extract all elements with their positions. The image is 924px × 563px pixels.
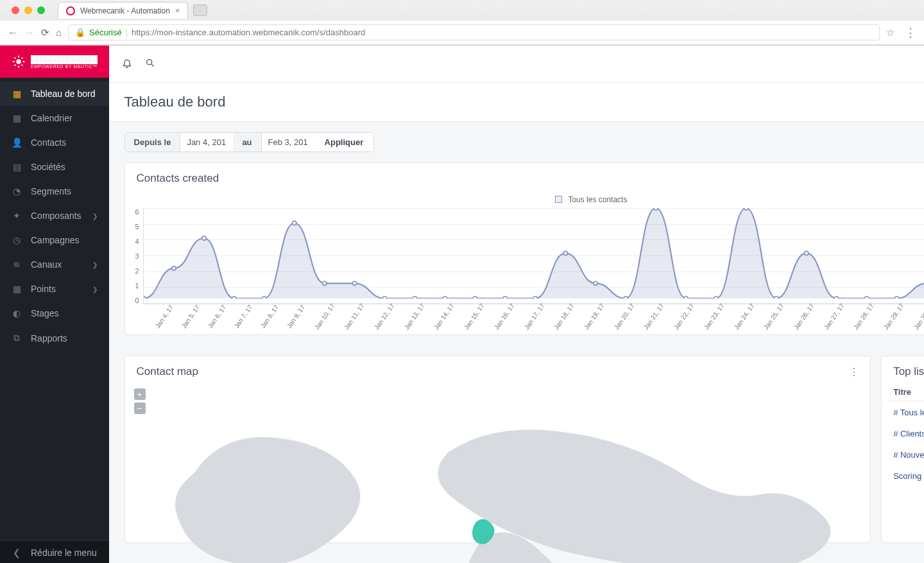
- tab-title: Webmecanik - Automation: [80, 6, 170, 15]
- sidebar-item-points[interactable]: ▦ Points ❯: [0, 277, 109, 301]
- svg-point-7: [262, 297, 266, 299]
- sidebar-item-label: Tableau de bord: [31, 89, 95, 99]
- back-icon[interactable]: ←: [8, 27, 18, 39]
- topbar: Jérôme Atahias ▼: [109, 46, 924, 83]
- sidebar-item-calendrier[interactable]: ▦ Calendrier: [0, 106, 109, 130]
- gauge-icon: ◐: [12, 308, 22, 318]
- svg-point-21: [684, 297, 688, 299]
- svg-point-4: [172, 266, 176, 270]
- browser-tab[interactable]: Webmecanik - Automation ×: [58, 2, 188, 19]
- sidebar-item-label: Sociétés: [31, 162, 65, 172]
- search-icon[interactable]: [145, 58, 155, 71]
- logo-main: AUTOMATION: [31, 55, 98, 64]
- svg-point-28: [894, 297, 898, 299]
- list-title[interactable]: Scoring > 20 pts: [887, 466, 924, 486]
- puzzle-icon: ✦: [12, 211, 22, 221]
- svg-point-18: [594, 281, 597, 285]
- daterange: Depuis le au Appliquer: [124, 132, 375, 152]
- contacts-created-widget: Contacts created ⋮ Tous les contacts 012…: [124, 162, 924, 335]
- svg-point-23: [744, 208, 748, 210]
- sidebar-item-rapports[interactable]: ⧉ Rapports: [0, 325, 109, 351]
- list-title[interactable]: # Tous les conta...: [887, 403, 924, 422]
- traffic-minimize-icon[interactable]: [24, 6, 32, 14]
- traffic-close-icon[interactable]: [12, 6, 19, 14]
- url-text: https://mon-instance.automation.webmecan…: [132, 28, 365, 37]
- rss-icon: ≋: [12, 259, 22, 270]
- list-title[interactable]: # Nouveaux leads: [887, 445, 924, 465]
- svg-point-3: [144, 297, 146, 299]
- chevron-right-icon: ❯: [92, 261, 98, 268]
- svg-point-14: [473, 297, 477, 299]
- page-title: Tableau de bord: [124, 94, 226, 110]
- sidebar-item-contacts[interactable]: 👤 Contacts: [0, 130, 109, 155]
- to-input[interactable]: [262, 133, 314, 152]
- browser-chrome: Webmecanik - Automation × ← → ⟳ ⌂ 🔒 Sécu…: [0, 0, 924, 46]
- svg-point-22: [714, 297, 718, 299]
- traffic-zoom-icon[interactable]: [37, 6, 45, 14]
- reload-icon[interactable]: ⟳: [41, 27, 49, 39]
- widget-menu-icon[interactable]: ⋮: [849, 366, 859, 378]
- page-header: Tableau de bord Enregistrer ▼: [109, 83, 924, 122]
- favicon-icon: [66, 6, 75, 15]
- list-title[interactable]: # Clients: [887, 424, 924, 444]
- sidebar-item-label: Segments: [31, 186, 71, 196]
- table-row: # Clients 1624: [887, 424, 924, 444]
- top-lists-table: Titre Contacts # Tous les conta... 4973#…: [886, 382, 924, 487]
- world-map[interactable]: [144, 388, 851, 536]
- url-bar[interactable]: 🔒 Sécurisé | https://mon-instance.automa…: [68, 24, 880, 40]
- sidebar-item-stages[interactable]: ◐ Stages: [0, 301, 109, 325]
- sidebar-item-label: Calendrier: [31, 113, 73, 123]
- svg-point-6: [232, 297, 235, 299]
- close-tab-icon[interactable]: ×: [175, 6, 180, 15]
- sidebar-item-sociétés[interactable]: ▤ Sociétés: [0, 155, 109, 179]
- svg-point-1: [146, 59, 151, 64]
- browser-menu-icon[interactable]: ⋮: [905, 26, 916, 40]
- x-axis: Jan 4, 17Jan 5, 17Jan 6, 17Jan 7, 17Jan …: [148, 304, 924, 322]
- legend-swatch-icon: [555, 196, 562, 203]
- svg-point-16: [533, 297, 537, 299]
- apply-button[interactable]: Appliquer: [314, 133, 374, 152]
- pie-icon: ◔: [12, 186, 22, 196]
- logo-gear-icon: [12, 55, 26, 69]
- to-label: au: [233, 133, 261, 152]
- sidebar-item-campagnes[interactable]: ◷ Campagnes: [0, 228, 109, 252]
- svg-point-19: [624, 297, 628, 299]
- contact-map-widget: Contact map ⋮ + −: [124, 356, 871, 543]
- svg-point-0: [16, 59, 21, 64]
- svg-point-15: [503, 297, 507, 299]
- from-label: Depuis le: [125, 133, 181, 152]
- home-icon[interactable]: ⌂: [56, 27, 62, 38]
- svg-point-11: [382, 297, 386, 299]
- from-input[interactable]: [180, 133, 233, 152]
- legend-label: Tous les contacts: [568, 195, 627, 204]
- contacts-created-title: Contacts created: [137, 172, 219, 185]
- svg-point-13: [443, 297, 447, 299]
- new-tab-button[interactable]: [193, 4, 207, 16]
- svg-point-27: [864, 297, 868, 299]
- secure-label: Sécurisé: [89, 28, 122, 37]
- bell-icon[interactable]: [122, 58, 132, 71]
- sidebar-item-canaux[interactable]: ≋ Canaux ❯: [0, 252, 109, 277]
- sidebar-collapse[interactable]: ❮ Réduire le menu: [0, 540, 109, 563]
- top-lists-widget: Top lists ⋮ Titre Contacts # Tous les c: [881, 356, 924, 543]
- table-row: # Tous les conta... 4973: [887, 403, 924, 422]
- sidebar-item-label: Contacts: [31, 137, 66, 148]
- chevron-right-icon: ❯: [92, 212, 98, 220]
- calendar-icon: ▦: [12, 113, 22, 123]
- svg-point-24: [774, 297, 778, 299]
- sidebar-item-composants[interactable]: ✦ Composants ❯: [0, 204, 109, 228]
- top-lists-title: Top lists: [893, 365, 924, 378]
- sidebar-item-segments[interactable]: ◔ Segments: [0, 179, 109, 204]
- chevron-right-icon: ❯: [92, 286, 98, 293]
- svg-point-8: [292, 221, 296, 225]
- svg-point-25: [804, 251, 808, 255]
- sidebar-item-tableau-de-bord[interactable]: ▦ Tableau de bord: [0, 82, 109, 106]
- chart-legend: Tous les contacts: [135, 195, 924, 204]
- star-icon[interactable]: ☆: [886, 27, 894, 39]
- sidebar-item-label: Campagnes: [31, 235, 80, 245]
- sidebar-collapse-label: Réduire le menu: [31, 548, 97, 558]
- company-icon: ▤: [12, 162, 22, 172]
- logo-sub: EMPOWERED BY MAUTIC™: [31, 64, 98, 69]
- forward-icon: →: [24, 27, 35, 39]
- svg-point-5: [202, 236, 206, 240]
